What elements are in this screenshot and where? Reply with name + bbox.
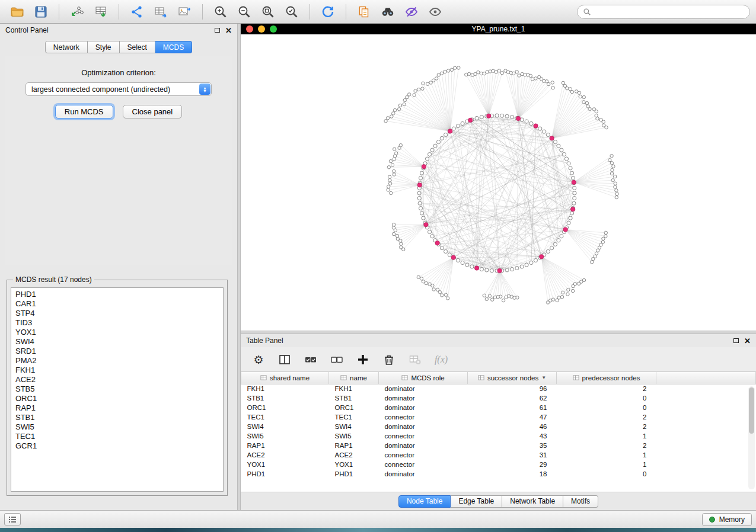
open-file-button[interactable] <box>6 3 28 21</box>
select-all-button[interactable] <box>304 352 318 367</box>
hide-selected-button[interactable] <box>400 3 423 21</box>
node-table-area: shared name name MCDS role successor nod… <box>241 372 756 492</box>
tab-motifs[interactable]: Motifs <box>563 495 598 508</box>
show-columns-button[interactable] <box>277 352 292 367</box>
memory-button[interactable]: Memory <box>702 513 752 526</box>
mcds-result-item[interactable]: SWI4 <box>15 337 223 347</box>
function-builder-button[interactable]: f(x) <box>434 352 448 367</box>
cell-mcds-role: dominator <box>379 422 468 431</box>
tab-select[interactable]: Select <box>120 41 155 53</box>
cell-mcds-role: connector <box>379 431 468 441</box>
minimize-window-icon[interactable] <box>258 25 265 33</box>
add-column-button[interactable] <box>356 352 370 367</box>
mcds-result-item[interactable]: STB5 <box>15 384 223 394</box>
zoom-fit-button[interactable] <box>257 3 279 21</box>
control-panel-title: Control Panel <box>5 26 49 34</box>
table-row[interactable]: SWI4SWI4dominator462 <box>241 422 756 431</box>
delete-table-button[interactable] <box>408 352 422 367</box>
table-row[interactable]: SWI5SWI5connector431 <box>241 431 756 441</box>
memory-label: Memory <box>719 515 745 524</box>
scrollbar-thumb[interactable] <box>749 387 754 434</box>
mcds-result-item[interactable]: YOX1 <box>15 328 223 337</box>
network-graph[interactable] <box>241 34 756 331</box>
export-image-button[interactable] <box>173 3 196 21</box>
tab-mcds[interactable]: MCDS <box>155 41 192 53</box>
cell-filler <box>656 431 756 441</box>
export-network-button[interactable] <box>126 3 148 21</box>
float-panel-icon[interactable] <box>733 338 739 343</box>
optimization-criterion-select[interactable]: largest connected component (undirected)… <box>25 82 212 96</box>
column-grid-icon <box>401 374 408 381</box>
deselect-all-button[interactable] <box>330 352 344 367</box>
mcds-result-item[interactable]: SWI5 <box>15 422 223 432</box>
optimization-criterion-value: largest connected component (undirected) <box>31 85 170 94</box>
zoom-in-button[interactable] <box>209 3 232 21</box>
network-search-field[interactable] <box>577 5 750 19</box>
column-header-name[interactable]: name <box>329 372 379 384</box>
table-row[interactable]: STB1STB1dominator620 <box>241 393 756 403</box>
column-header-mcds-role[interactable]: MCDS role <box>379 372 468 384</box>
export-table-button[interactable] <box>149 3 172 21</box>
save-session-button[interactable] <box>30 3 52 21</box>
tab-style[interactable]: Style <box>88 41 120 53</box>
float-panel-icon[interactable] <box>215 28 220 33</box>
mcds-result-item[interactable]: PMA2 <box>15 356 223 366</box>
mcds-result-item[interactable]: RAP1 <box>15 403 223 413</box>
tab-network[interactable]: Network <box>45 41 88 53</box>
table-row[interactable]: RAP1RAP1dominator352 <box>241 441 756 450</box>
cell-shared-name: SWI4 <box>241 422 329 431</box>
table-scrollbar[interactable] <box>748 386 755 489</box>
network-view[interactable] <box>241 34 756 331</box>
import-table-button[interactable] <box>90 3 112 21</box>
column-header-filler <box>656 372 756 384</box>
mcds-result-item[interactable]: ORC1 <box>15 394 223 403</box>
table-row[interactable]: FKH1FKH1dominator962 <box>241 384 756 393</box>
copy-network-button[interactable] <box>353 3 375 21</box>
delete-column-button[interactable] <box>382 352 396 367</box>
mcds-result-item[interactable]: SRD1 <box>15 347 223 356</box>
close-panel-icon[interactable]: ✕ <box>744 337 751 345</box>
mcds-result-list[interactable]: PHD1CAR1STP4TID3YOX1SWI4SRD1PMA2FKH1ACE2… <box>11 287 224 492</box>
import-network-button[interactable] <box>66 3 88 21</box>
column-header-predecessor-nodes[interactable]: predecessor nodes <box>557 372 656 384</box>
column-header-successor-nodes[interactable]: successor nodes ▼ <box>468 372 557 384</box>
mcds-result-item[interactable]: STP4 <box>15 309 223 318</box>
cell-shared-name: TEC1 <box>241 412 329 422</box>
panel-menu-button[interactable] <box>4 513 21 525</box>
zoom-out-button[interactable] <box>233 3 256 21</box>
table-row[interactable]: ACE2ACE2connector311 <box>241 450 756 460</box>
mcds-result-item[interactable]: CAR1 <box>15 299 223 309</box>
column-grid-icon <box>478 374 484 381</box>
close-window-icon[interactable] <box>246 25 253 33</box>
gear-icon: ⚙ <box>253 353 263 366</box>
import-table-icon <box>94 5 108 19</box>
tab-network-table[interactable]: Network Table <box>502 495 563 508</box>
mcds-result-item[interactable]: PHD1 <box>15 290 223 299</box>
close-panel-icon[interactable]: ✕ <box>225 27 232 34</box>
refresh-button[interactable] <box>317 3 339 21</box>
mcds-result-item[interactable]: STB1 <box>15 413 223 422</box>
mcds-result-item[interactable]: GCR1 <box>15 441 223 451</box>
tab-node-table[interactable]: Node Table <box>398 495 451 508</box>
table-row[interactable]: TEC1TEC1connector472 <box>241 412 756 422</box>
table-row[interactable]: ORC1ORC1dominator610 <box>241 403 756 412</box>
table-row[interactable]: YOX1YOX1connector291 <box>241 460 756 469</box>
tab-edge-table[interactable]: Edge Table <box>451 495 502 508</box>
zoom-selected-button[interactable] <box>280 3 303 21</box>
column-header-shared-name[interactable]: shared name <box>241 372 329 384</box>
show-all-button[interactable] <box>424 3 446 21</box>
table-panel-tabs: Node Table Edge Table Network Table Moti… <box>241 492 756 510</box>
mcds-result-item[interactable]: TEC1 <box>15 432 223 441</box>
mcds-result-item[interactable]: ACE2 <box>15 375 223 384</box>
cell-filler <box>656 460 756 469</box>
mcds-result-item[interactable]: FKH1 <box>15 366 223 375</box>
search-input[interactable] <box>595 8 744 16</box>
search-network-button[interactable] <box>377 3 399 21</box>
cell-filler <box>656 403 756 412</box>
close-panel-button[interactable]: Close panel <box>123 105 183 118</box>
table-row[interactable]: PHD1PHD1dominator180 <box>241 469 756 479</box>
maximize-window-icon[interactable] <box>270 25 277 33</box>
run-mcds-button[interactable]: Run MCDS <box>55 105 113 118</box>
mcds-result-item[interactable]: TID3 <box>15 318 223 328</box>
table-settings-button[interactable]: ⚙ <box>251 352 266 367</box>
